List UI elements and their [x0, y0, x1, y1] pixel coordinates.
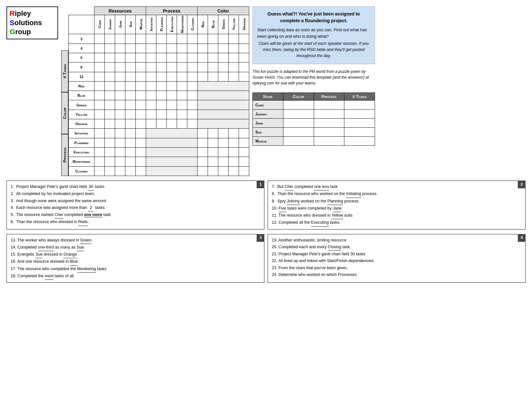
col-marcie: Marcie — [136, 15, 146, 34]
summary-name-jane: Jane — [253, 119, 283, 128]
row-label-planning: Planning — [69, 138, 94, 147]
clue-1-line6: 6. Than the resource who dressed in Reds… — [11, 219, 260, 226]
col-cher: Cher — [94, 15, 105, 34]
cell-3-executing[interactable] — [167, 34, 177, 44]
row-12: 12 — [69, 72, 249, 81]
row-label-executing: Executing — [69, 147, 94, 157]
row-red: Red — [69, 81, 249, 91]
summary-col-process: Process — [314, 93, 344, 101]
clue-1-line4: 4. Each resource was assigned more than … — [11, 204, 260, 211]
cell-3-cher[interactable] — [94, 34, 105, 44]
cell-3-jane[interactable] — [115, 34, 125, 44]
clue-2-line6: 12. Completed all the Executing tasks. — [272, 219, 521, 226]
summary-tasks-sue[interactable] — [344, 128, 375, 137]
clue-number-1: 1 — [257, 181, 264, 188]
col-monitoring: Monitoring — [177, 15, 187, 34]
summary-name-johnny: Johnny — [253, 110, 283, 119]
main-grid-table: Resources Process Color Cher Johnny Jane… — [68, 6, 249, 176]
row-label-3: 3 — [69, 34, 94, 44]
process-header: Process — [146, 7, 198, 15]
summary-process-cher[interactable] — [314, 101, 344, 110]
clue-1-line3: 3. And though none were assigned the sam… — [11, 198, 260, 204]
clue-1-line2: 2. All completed by his motivated projec… — [11, 191, 260, 197]
summary-process-marcie[interactable] — [314, 137, 344, 146]
row-yellow: Yellow — [69, 110, 249, 119]
row-4: 4 — [69, 44, 249, 53]
logo-box: Ripley Solutions Group — [6, 6, 58, 39]
clue-box-3: 3 13. The worker who always dressed in G… — [6, 234, 264, 283]
col-closing: Closing — [187, 15, 198, 34]
cell-3-planning[interactable] — [156, 34, 167, 44]
info-para2: This fun puzzle is adapted to the PM wor… — [252, 67, 375, 87]
summary-color-sue[interactable] — [283, 128, 314, 137]
summary-process-sue[interactable] — [314, 128, 344, 137]
main-container: Ripley Solutions Group # Tasks Color Pro… — [6, 6, 526, 283]
summary-row-johnny: Johnny — [253, 110, 375, 119]
summary-row-jane: Jane — [253, 119, 375, 128]
clue-4-line6: 24. Determine who worked on which Proces… — [272, 271, 521, 278]
logo-g: G — [10, 28, 15, 36]
clue-2-line2: 8. Than the resource who worked on the I… — [272, 191, 521, 198]
color-header: Color — [198, 7, 249, 15]
cell-3-marcie[interactable] — [136, 34, 146, 44]
row-executing: Executing — [69, 147, 249, 157]
cell-3-orange[interactable] — [239, 34, 249, 44]
blocked-proc-initiating — [146, 129, 198, 138]
summary-name-sue: Sue — [253, 128, 283, 137]
col-planning: Planning — [156, 15, 167, 34]
col-orange: Orange — [239, 15, 249, 34]
row-initiating: Initiating — [69, 129, 249, 138]
summary-table: Name Color Process # Tasks Cher — [252, 93, 375, 146]
row-label-red: Red — [69, 81, 94, 91]
row-planning: Planning — [69, 138, 249, 147]
summary-color-cher[interactable] — [283, 101, 314, 110]
clue-1-line1: 1. Project Manager Pete's gantt chart he… — [11, 183, 260, 191]
logo-line3: Group — [10, 27, 55, 37]
row-label-12: 12 — [69, 72, 94, 81]
clue-4-line3: 21. Project Manager Pete's gantt chart h… — [272, 251, 521, 258]
cell-3-johnny[interactable] — [105, 34, 115, 44]
summary-tasks-jane[interactable] — [344, 119, 375, 128]
info-italic1: Clues will be given at the start of each… — [257, 39, 370, 60]
logo-line1: Ripley — [10, 9, 55, 18]
summary-color-johnny[interactable] — [283, 110, 314, 119]
grid-area: # Tasks Color Process Resources Process … — [61, 6, 249, 176]
summary-tasks-marcie[interactable] — [344, 137, 375, 146]
cell-3-initiating[interactable] — [146, 34, 156, 44]
row-label-6: 6 — [69, 63, 94, 72]
clue-2-line3: 9. Spry Johnny worked on the Planning pr… — [272, 198, 521, 205]
row-3: 3 — [69, 34, 249, 44]
cell-3-blue[interactable] — [208, 34, 218, 44]
info-para1: Start collecting data as soon as you can… — [257, 27, 370, 39]
cell-3-green[interactable] — [218, 34, 229, 44]
summary-row-cher: Cher — [253, 101, 375, 110]
cell-3-sue[interactable] — [125, 34, 136, 44]
left-label-color: Color — [61, 92, 68, 134]
clue-3-line5: 17. The resource who completed the Monit… — [11, 266, 260, 273]
clue-2-line1: 7. But Cher completed one less task — [272, 183, 521, 191]
cell-3-yellow[interactable] — [229, 34, 239, 44]
summary-color-marcie[interactable] — [283, 137, 314, 146]
clue-4-line4: 22. All lined up and linked with Start/F… — [272, 258, 521, 264]
col-executing: Executing — [167, 15, 177, 34]
clues-section: 1 1. Project Manager Pete's gantt chart … — [6, 181, 526, 230]
summary-name-marcie: Marcie — [253, 137, 283, 146]
info-box: Guess what?! You've just been assigned t… — [252, 6, 375, 146]
row-col-corner — [69, 15, 94, 34]
clue-box-4: 4 19. Another enthusiastic, smiling reso… — [268, 234, 526, 283]
clue-2-line5: 11. The resource who dressed in Yellow s… — [272, 212, 521, 219]
cell-3-monitoring[interactable] — [177, 34, 187, 44]
row-label-4: 4 — [69, 44, 94, 53]
summary-tasks-cher[interactable] — [344, 101, 375, 110]
empty-corner — [69, 7, 94, 15]
cell-3-red[interactable] — [198, 34, 208, 44]
left-labels: # Tasks Color Process — [61, 6, 68, 176]
col-initiating: Initiating — [146, 15, 156, 34]
summary-color-jane[interactable] — [283, 119, 314, 128]
clue-4-line2: 20. Completed each and every Closing tas… — [272, 244, 521, 251]
summary-row-sue: Sue — [253, 128, 375, 137]
summary-process-jane[interactable] — [314, 119, 344, 128]
cell-3-closing[interactable] — [187, 34, 198, 44]
summary-process-johnny[interactable] — [314, 110, 344, 119]
summary-tasks-johnny[interactable] — [344, 110, 375, 119]
